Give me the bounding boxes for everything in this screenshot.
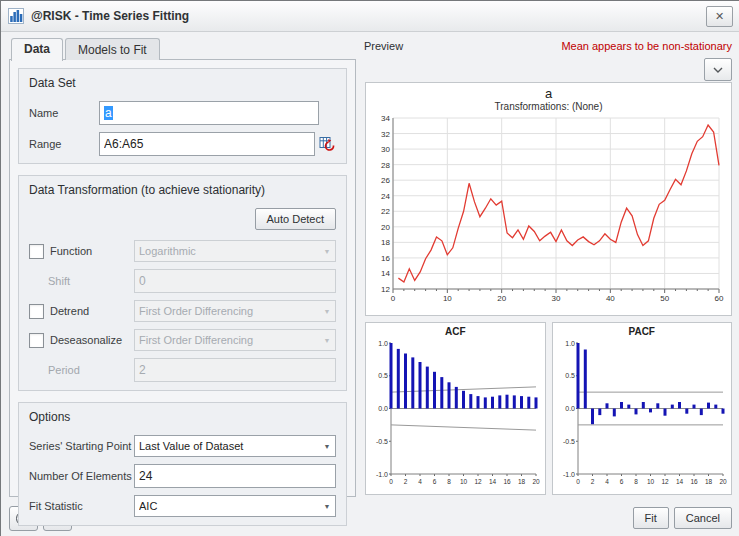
elements-label: Number Of Elements bbox=[29, 470, 134, 482]
svg-text:14: 14 bbox=[381, 269, 390, 278]
data-set-group: Data Set Name a Range bbox=[18, 68, 347, 164]
svg-text:1.0: 1.0 bbox=[565, 340, 575, 347]
preview-chart: a Transformations: (None) 12141618202224… bbox=[365, 82, 732, 316]
pacf-chart: PACF 1.00.50.0-0.5-1.002468101214161820 bbox=[552, 322, 733, 495]
svg-text:2: 2 bbox=[404, 478, 408, 485]
detrend-label: Detrend bbox=[50, 305, 89, 317]
svg-text:12: 12 bbox=[475, 478, 483, 485]
svg-text:12: 12 bbox=[381, 285, 390, 294]
auto-detect-button[interactable]: Auto Detect bbox=[255, 208, 336, 230]
titlebar[interactable]: @RISK - Time Series Fitting ✕ bbox=[1, 1, 739, 32]
close-button[interactable]: ✕ bbox=[706, 6, 733, 27]
cancel-button[interactable]: Cancel bbox=[674, 507, 732, 529]
svg-text:20: 20 bbox=[381, 223, 390, 232]
function-label: Function bbox=[50, 245, 92, 257]
close-icon: ✕ bbox=[715, 11, 724, 22]
svg-text:16: 16 bbox=[690, 478, 698, 485]
range-label: Range bbox=[29, 138, 99, 150]
range-input[interactable] bbox=[99, 132, 315, 156]
acf-chart: ACF 1.00.50.0-0.5-1.002468101214161820 bbox=[365, 322, 546, 495]
range-picker-button[interactable] bbox=[319, 136, 336, 153]
svg-text:12: 12 bbox=[661, 478, 669, 485]
fit-statistic-select[interactable]: AIC ▼ bbox=[134, 495, 336, 517]
tab-models-to-fit[interactable]: Models to Fit bbox=[65, 38, 160, 60]
svg-text:18: 18 bbox=[381, 238, 390, 247]
shift-label: Shift bbox=[48, 275, 134, 287]
window-title: @RISK - Time Series Fitting bbox=[31, 9, 189, 23]
svg-text:0: 0 bbox=[389, 478, 393, 485]
pacf-title: PACF bbox=[553, 324, 732, 339]
data-tab-panel: Data Set Name a Range bbox=[9, 59, 356, 497]
svg-text:-1.0: -1.0 bbox=[563, 471, 575, 478]
preview-label: Preview bbox=[364, 40, 403, 52]
svg-text:50: 50 bbox=[660, 294, 669, 303]
name-input[interactable]: a bbox=[99, 101, 319, 125]
acf-title: ACF bbox=[366, 324, 545, 339]
svg-text:0.5: 0.5 bbox=[379, 372, 389, 379]
options-group: Options Series' Starting Point Last Valu… bbox=[18, 402, 347, 526]
svg-text:20: 20 bbox=[719, 478, 727, 485]
chart-subtitle: Transformations: (None) bbox=[366, 101, 731, 113]
svg-text:0.0: 0.0 bbox=[379, 405, 389, 412]
starting-point-label: Series' Starting Point bbox=[29, 440, 134, 452]
deseasonalize-checkbox[interactable] bbox=[29, 333, 44, 348]
svg-text:16: 16 bbox=[504, 478, 512, 485]
svg-text:26: 26 bbox=[381, 176, 390, 185]
svg-text:22: 22 bbox=[381, 207, 390, 216]
chevron-down-icon: ▼ bbox=[319, 248, 335, 255]
starting-point-select[interactable]: Last Value of Dataset ▼ bbox=[134, 435, 336, 457]
name-value: a bbox=[104, 106, 113, 120]
correlogram-row: ACF 1.00.50.0-0.5-1.002468101214161820 P… bbox=[365, 322, 732, 495]
period-label: Period bbox=[48, 364, 134, 376]
svg-text:4: 4 bbox=[418, 478, 422, 485]
data-set-title: Data Set bbox=[29, 76, 336, 90]
pacf-plot: 1.00.50.0-0.5-1.002468101214161820 bbox=[554, 339, 730, 489]
acf-plot: 1.00.50.0-0.5-1.002468101214161820 bbox=[367, 339, 543, 489]
chevron-down-icon: ▼ bbox=[319, 308, 335, 315]
period-input: 2 bbox=[134, 358, 336, 382]
deseasonalize-label: Deseasonalize bbox=[50, 334, 122, 346]
chart-title: a bbox=[366, 86, 731, 101]
svg-text:8: 8 bbox=[634, 478, 638, 485]
svg-text:2: 2 bbox=[590, 478, 594, 485]
svg-text:34: 34 bbox=[381, 114, 390, 123]
tab-strip: Data Models to Fit bbox=[9, 38, 356, 60]
preview-column: Preview Mean appears to be non-stationar… bbox=[364, 38, 732, 497]
chevron-down-icon: ▼ bbox=[319, 337, 335, 344]
range-picker-icon bbox=[319, 136, 336, 153]
function-checkbox[interactable] bbox=[29, 244, 44, 259]
tab-data[interactable]: Data bbox=[11, 38, 63, 61]
data-transformation-title: Data Transformation (to achieve stationa… bbox=[29, 183, 336, 197]
svg-text:20: 20 bbox=[533, 478, 541, 485]
svg-text:4: 4 bbox=[605, 478, 609, 485]
detrend-select: First Order Differencing ▼ bbox=[134, 300, 336, 322]
svg-text:10: 10 bbox=[647, 478, 655, 485]
svg-text:28: 28 bbox=[381, 161, 390, 170]
svg-text:14: 14 bbox=[489, 478, 497, 485]
svg-text:8: 8 bbox=[447, 478, 451, 485]
svg-text:16: 16 bbox=[381, 254, 390, 263]
svg-text:0: 0 bbox=[390, 294, 395, 303]
elements-input[interactable] bbox=[134, 464, 336, 488]
detrend-checkbox[interactable] bbox=[29, 304, 44, 319]
fit-button[interactable]: Fit bbox=[633, 507, 669, 529]
svg-text:-0.5: -0.5 bbox=[376, 438, 388, 445]
svg-text:40: 40 bbox=[605, 294, 614, 303]
svg-text:1.0: 1.0 bbox=[379, 340, 389, 347]
left-column: Data Models to Fit Data Set Name a Range bbox=[9, 38, 356, 497]
svg-text:30: 30 bbox=[551, 294, 560, 303]
svg-text:18: 18 bbox=[518, 478, 526, 485]
svg-text:10: 10 bbox=[442, 294, 451, 303]
svg-text:32: 32 bbox=[381, 130, 390, 139]
svg-text:24: 24 bbox=[381, 192, 390, 201]
name-label: Name bbox=[29, 107, 99, 119]
svg-text:-0.5: -0.5 bbox=[563, 438, 575, 445]
function-select: Logarithmic ▼ bbox=[134, 240, 336, 262]
shift-input: 0 bbox=[134, 269, 336, 293]
svg-text:0.5: 0.5 bbox=[565, 372, 575, 379]
data-transformation-group: Data Transformation (to achieve stationa… bbox=[18, 175, 347, 391]
svg-text:6: 6 bbox=[433, 478, 437, 485]
svg-text:14: 14 bbox=[676, 478, 684, 485]
deseasonalize-select: First Order Differencing ▼ bbox=[134, 329, 336, 351]
chart-options-dropdown[interactable] bbox=[704, 58, 732, 81]
